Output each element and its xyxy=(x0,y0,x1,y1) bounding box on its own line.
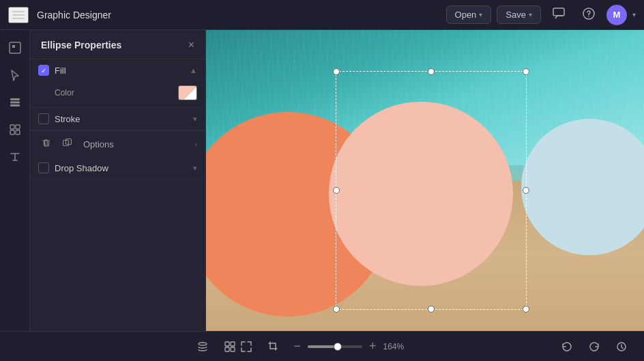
options-arrow-icon: › xyxy=(194,140,197,148)
duplicate-button[interactable] xyxy=(59,135,75,153)
zoom-minus-button[interactable]: − xyxy=(289,338,305,355)
layers-view-button[interactable] xyxy=(191,336,214,357)
sidebar-icon-text[interactable] xyxy=(3,145,27,169)
left-sidebar xyxy=(0,30,30,331)
panel-title: Ellipse Properties xyxy=(41,40,121,50)
sidebar-icon-select[interactable] xyxy=(3,35,27,60)
menu-button[interactable] xyxy=(8,7,29,23)
panel-close-button[interactable]: × xyxy=(188,40,194,50)
redo-button[interactable] xyxy=(583,336,606,357)
svg-rect-16 xyxy=(231,342,235,346)
color-label: Color xyxy=(55,88,173,98)
svg-rect-6 xyxy=(10,102,20,104)
svg-rect-17 xyxy=(225,347,229,351)
zoom-value: 164% xyxy=(383,342,409,351)
drop-shadow-label: Drop Shadow xyxy=(55,163,188,173)
options-row: Options › xyxy=(30,130,205,157)
properties-panel: Ellipse Properties × ✓ Fill ▲ Color Stro… xyxy=(30,30,206,331)
drop-shadow-section: Drop Shadow ▾ xyxy=(30,157,205,179)
bottom-right-actions xyxy=(555,336,633,357)
svg-rect-7 xyxy=(10,104,20,106)
avatar[interactable]: M xyxy=(606,5,627,25)
fill-checkbox[interactable]: ✓ xyxy=(38,65,49,76)
drop-shadow-checkbox[interactable] xyxy=(38,162,49,173)
stroke-section: Stroke ▾ xyxy=(30,108,205,130)
color-row: Color xyxy=(30,81,205,107)
svg-rect-4 xyxy=(12,45,15,48)
fill-section: ✓ Fill ▲ Color xyxy=(30,59,205,108)
bottom-toolbar: − + 164% xyxy=(0,331,644,361)
svg-point-2 xyxy=(588,16,589,17)
sidebar-icon-elements[interactable] xyxy=(3,117,27,142)
svg-rect-15 xyxy=(225,342,229,346)
crop-button[interactable] xyxy=(262,336,285,357)
fill-label: Fill xyxy=(55,66,184,76)
svg-rect-0 xyxy=(553,8,564,16)
zoom-slider[interactable] xyxy=(308,345,362,348)
panel-header: Ellipse Properties × xyxy=(30,30,205,59)
topbar: Graphic Designer Open ▾ Save ▾ M ▾ xyxy=(0,0,644,30)
history-button[interactable] xyxy=(610,336,633,357)
svg-rect-10 xyxy=(10,130,14,134)
stroke-row[interactable]: Stroke ▾ xyxy=(30,108,205,130)
fill-row[interactable]: ✓ Fill ▲ xyxy=(30,59,205,81)
drop-shadow-row[interactable]: Drop Shadow ▾ xyxy=(30,157,205,179)
svg-point-14 xyxy=(199,343,207,345)
grid-view-button[interactable] xyxy=(218,336,241,357)
svg-rect-11 xyxy=(16,130,20,134)
main-area: Ellipse Properties × ✓ Fill ▲ Color Stro… xyxy=(0,30,644,331)
ellipse-pink[interactable] xyxy=(329,102,513,286)
sidebar-icon-cursor[interactable] xyxy=(3,63,27,87)
app-title: Graphic Designer xyxy=(37,10,438,20)
svg-rect-8 xyxy=(10,125,14,129)
topbar-actions: Open ▾ Save ▾ M ▾ xyxy=(446,3,636,26)
comment-button[interactable] xyxy=(546,3,571,26)
svg-rect-5 xyxy=(10,98,20,100)
fill-collapse-icon: ▲ xyxy=(190,66,197,74)
zoom-plus-button[interactable]: + xyxy=(365,338,381,355)
svg-rect-18 xyxy=(231,347,235,351)
stroke-collapse-icon: ▾ xyxy=(193,115,197,124)
stroke-label: Stroke xyxy=(55,114,188,124)
sidebar-icon-layers[interactable] xyxy=(3,90,27,115)
open-chevron-icon: ▾ xyxy=(479,11,482,18)
open-button[interactable]: Open ▾ xyxy=(446,5,492,24)
svg-rect-9 xyxy=(16,125,20,129)
zoom-control: − + 164% xyxy=(289,338,409,355)
avatar-chevron-icon: ▾ xyxy=(632,11,636,18)
delete-button[interactable] xyxy=(38,135,54,153)
svg-rect-3 xyxy=(10,42,20,53)
canvas-area[interactable] xyxy=(206,30,644,331)
help-button[interactable] xyxy=(576,4,601,26)
save-chevron-icon: ▾ xyxy=(529,11,532,18)
stroke-checkbox[interactable] xyxy=(38,113,49,124)
options-label: Options xyxy=(83,139,189,149)
bottom-left-actions xyxy=(191,336,241,357)
save-button[interactable]: Save ▾ xyxy=(497,5,541,24)
drop-shadow-collapse-icon: ▾ xyxy=(193,164,197,173)
undo-button[interactable] xyxy=(555,336,579,357)
color-swatch[interactable] xyxy=(178,85,197,100)
